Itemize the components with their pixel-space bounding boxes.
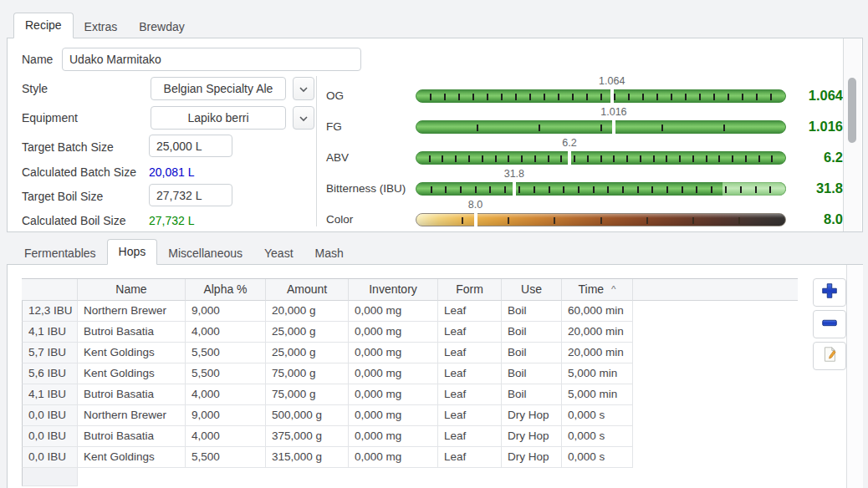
- hop-cell-name[interactable]: Northern Brewer: [78, 405, 186, 426]
- hop-cell-use[interactable]: Boil: [502, 322, 562, 343]
- hop-cell-ibu[interactable]: 0,0 IBU: [22, 426, 78, 447]
- hop-cell-amount[interactable]: 315,000 g: [266, 447, 349, 468]
- hop-cell-ibu[interactable]: 12,3 IBU: [22, 301, 78, 322]
- hop-cell-name[interactable]: Butroi Basatia: [78, 426, 186, 447]
- gauge-tick: [711, 186, 712, 193]
- hop-cell-alpha[interactable]: 4,000: [186, 426, 266, 447]
- column-header-form[interactable]: Form: [438, 279, 502, 301]
- tab-yeast[interactable]: Yeast: [253, 242, 304, 264]
- hop-cell-inventory[interactable]: 0,000 mg: [349, 447, 438, 468]
- hop-cell-alpha[interactable]: 5,500: [186, 363, 266, 384]
- add-hop-button[interactable]: [813, 278, 846, 307]
- gauge-tick: [475, 186, 477, 193]
- hop-cell-amount[interactable]: 375,000 g: [266, 426, 349, 447]
- hop-cell-name[interactable]: Kent Goldings: [78, 343, 186, 363]
- hop-cell-form[interactable]: Leaf: [438, 405, 502, 426]
- hop-cell-time[interactable]: 20,000 min: [562, 343, 633, 363]
- column-header-name[interactable]: Name: [78, 279, 186, 301]
- hop-cell-amount[interactable]: 20,000 g: [266, 301, 349, 322]
- hop-cell-amount[interactable]: 25,000 g: [266, 343, 349, 363]
- tab-brewday[interactable]: Brewday: [128, 16, 195, 38]
- hop-cell-inventory[interactable]: 0,000 mg: [349, 322, 438, 343]
- column-header-alpha[interactable]: Alpha %: [186, 279, 266, 301]
- gauge-tick: [521, 155, 523, 162]
- hop-cell-time[interactable]: 0,000 s: [562, 447, 633, 468]
- scrollbar-thumb[interactable]: [848, 78, 856, 143]
- hop-cell-name[interactable]: Butroi Basatia: [78, 384, 186, 405]
- hop-cell-inventory[interactable]: 0,000 mg: [349, 363, 438, 384]
- hop-cell-alpha[interactable]: 4,000: [186, 322, 266, 343]
- hop-cell-amount[interactable]: 75,000 g: [266, 384, 349, 405]
- target-batch-size-input[interactable]: [149, 135, 232, 157]
- hop-cell-ibu[interactable]: 0,0 IBU: [22, 405, 78, 426]
- tab-hops[interactable]: Hops: [107, 239, 158, 265]
- hop-cell-name[interactable]: Northern Brewer: [78, 301, 186, 322]
- hop-cell-form[interactable]: Leaf: [438, 384, 502, 405]
- column-header-use[interactable]: Use: [502, 279, 562, 301]
- hop-cell-name[interactable]: Kent Goldings: [78, 447, 186, 468]
- hop-cell-form[interactable]: Leaf: [438, 447, 502, 468]
- tab-mash[interactable]: Mash: [304, 242, 355, 264]
- hop-cell-inventory[interactable]: 0,000 mg: [349, 384, 438, 405]
- hop-cell-amount[interactable]: 75,000 g: [266, 363, 349, 384]
- hop-cell-ibu[interactable]: 5,7 IBU: [22, 343, 78, 363]
- hop-cell-form[interactable]: Leaf: [438, 343, 502, 363]
- hop-cell-ibu[interactable]: 0,0 IBU: [22, 447, 78, 468]
- hop-cell-time[interactable]: 20,000 min: [562, 322, 633, 343]
- equipment-combo-arrow-button[interactable]: [293, 106, 314, 130]
- hop-cell-ibu[interactable]: 4,1 IBU: [22, 384, 78, 405]
- tab-fermentables[interactable]: Fermentables: [13, 242, 107, 264]
- hop-cell-inventory[interactable]: 0,000 mg: [349, 343, 438, 363]
- hop-cell-ibu[interactable]: 4,1 IBU: [22, 322, 78, 343]
- hop-cell-time[interactable]: 5,000 min: [562, 384, 633, 405]
- hop-cell-form[interactable]: Leaf: [438, 363, 502, 384]
- hop-cell-alpha[interactable]: 5,500: [186, 447, 266, 468]
- hop-cell-amount[interactable]: 25,000 g: [266, 322, 349, 343]
- hop-cell-form[interactable]: Leaf: [438, 426, 502, 447]
- hop-cell-use[interactable]: Boil: [502, 343, 562, 363]
- hop-cell-use[interactable]: Dry Hop: [502, 405, 562, 426]
- hop-cell-alpha[interactable]: 9,000: [186, 405, 266, 426]
- tab-recipe[interactable]: Recipe: [13, 13, 74, 38]
- gauge-tick: [679, 155, 681, 162]
- gauge-tick: [696, 186, 697, 193]
- hop-cell-use[interactable]: Boil: [502, 384, 562, 405]
- hop-cell-time[interactable]: 0,000 s: [562, 426, 633, 447]
- gauge-bar-fg: 1.016: [416, 120, 786, 134]
- column-header-time[interactable]: Time^: [562, 279, 633, 301]
- hop-cell-time[interactable]: 5,000 min: [562, 363, 633, 384]
- hop-cell-ibu[interactable]: 5,6 IBU: [22, 363, 78, 384]
- hop-cell-use[interactable]: Boil: [502, 301, 562, 322]
- sort-ascending-icon: ^: [611, 279, 615, 300]
- hop-cell-time[interactable]: 60,000 min: [562, 301, 633, 322]
- hop-cell-alpha[interactable]: 5,500: [186, 343, 266, 363]
- hop-cell-inventory[interactable]: 0,000 mg: [349, 405, 438, 426]
- hop-cell-use[interactable]: Dry Hop: [502, 447, 562, 468]
- hop-cell-form[interactable]: Leaf: [438, 301, 502, 322]
- column-header-amount[interactable]: Amount: [266, 279, 349, 301]
- hop-cell-inventory[interactable]: 0,000 mg: [349, 301, 438, 322]
- hop-cell-name[interactable]: Butroi Basatia: [78, 322, 186, 343]
- hop-cell-inventory[interactable]: 0,000 mg: [349, 426, 438, 447]
- hop-cell-use[interactable]: Dry Hop: [502, 426, 562, 447]
- hop-cell-amount[interactable]: 500,000 g: [266, 405, 349, 426]
- tab-extras[interactable]: Extras: [74, 16, 129, 38]
- recipe-panel-scrollbar[interactable]: [843, 38, 861, 231]
- column-header-ibu[interactable]: [22, 279, 78, 301]
- hop-cell-time[interactable]: 0,000 s: [562, 405, 633, 426]
- equipment-combo[interactable]: Lapiko berri: [151, 106, 286, 130]
- tab-miscellaneous[interactable]: Miscellaneous: [157, 242, 253, 264]
- target-boil-size-input[interactable]: [149, 184, 232, 206]
- style-combo[interactable]: Belgian Specialty Ale: [151, 77, 286, 100]
- hop-cell-alpha[interactable]: 4,000: [186, 384, 266, 405]
- row-filler: [633, 363, 798, 384]
- hop-cell-alpha[interactable]: 9,000: [186, 301, 266, 322]
- remove-hop-button[interactable]: [813, 310, 846, 338]
- recipe-name-input[interactable]: [62, 48, 361, 71]
- hop-cell-form[interactable]: Leaf: [438, 322, 502, 343]
- hop-cell-name[interactable]: Kent Goldings: [78, 363, 186, 384]
- hop-cell-use[interactable]: Boil: [502, 363, 562, 384]
- edit-hop-button[interactable]: [813, 342, 846, 370]
- style-combo-arrow-button[interactable]: [293, 77, 314, 100]
- column-header-inventory[interactable]: Inventory: [349, 279, 438, 301]
